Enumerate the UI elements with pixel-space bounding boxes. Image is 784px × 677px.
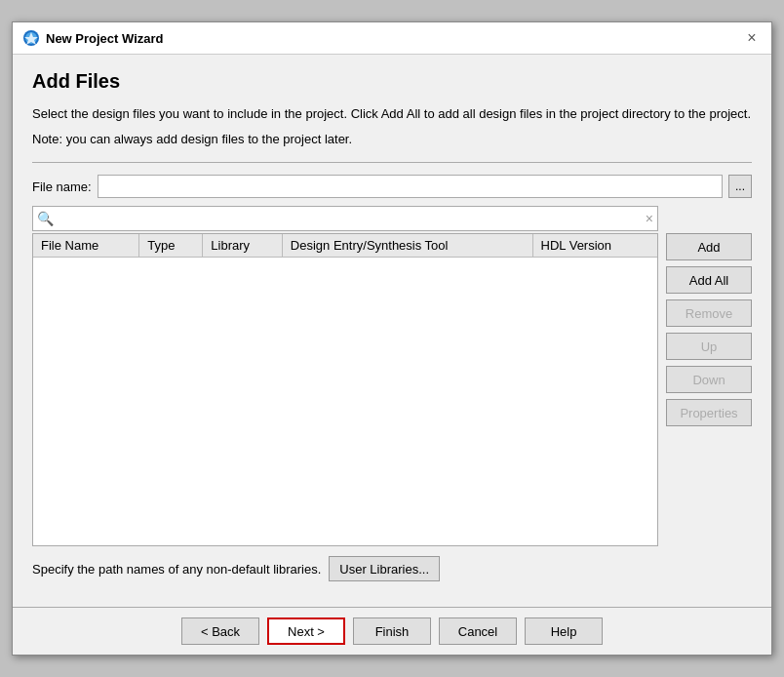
add-button[interactable]: Add — [666, 233, 752, 260]
file-input-label: File name: — [32, 179, 92, 194]
title-text: New Project Wizard — [46, 31, 164, 46]
browse-button[interactable]: ... — [728, 175, 752, 198]
title-bar-left: New Project Wizard — [22, 29, 164, 47]
down-button[interactable]: Down — [666, 366, 752, 393]
left-panel: 🔍 × File Name Type Library Design Entry/… — [32, 206, 658, 546]
note-text: Note: you can always add design files to… — [32, 130, 752, 149]
user-libraries-row: Specify the path names of any non-defaul… — [32, 556, 752, 591]
remove-button[interactable]: Remove — [666, 299, 752, 327]
right-panel: Add Add All Remove Up Down Properties — [666, 206, 752, 546]
file-table-container: File Name Type Library Design Entry/Synt… — [32, 233, 658, 546]
dialog-body: Add Files Select the design files you wa… — [13, 55, 771, 607]
up-button[interactable]: Up — [666, 333, 752, 360]
finish-button[interactable]: Finish — [353, 617, 431, 645]
search-row: 🔍 × — [32, 206, 658, 231]
clear-search-icon[interactable]: × — [646, 211, 653, 226]
search-input[interactable] — [58, 212, 646, 226]
file-table: File Name Type Library Design Entry/Synt… — [33, 234, 657, 258]
col-filename: File Name — [33, 234, 139, 258]
file-name-input[interactable] — [98, 175, 723, 198]
title-bar: New Project Wizard × — [13, 22, 771, 55]
main-content: 🔍 × File Name Type Library Design Entry/… — [32, 206, 752, 546]
add-all-button[interactable]: Add All — [666, 266, 752, 294]
user-libraries-button[interactable]: User Libraries... — [329, 556, 440, 581]
next-button[interactable]: Next > — [267, 617, 345, 645]
back-button[interactable]: < Back — [181, 617, 259, 645]
separator — [32, 162, 752, 163]
col-hdl-version: HDL Version — [532, 234, 657, 258]
wizard-icon — [22, 29, 40, 47]
col-type: Type — [139, 234, 203, 258]
help-button[interactable]: Help — [525, 617, 603, 645]
cancel-button[interactable]: Cancel — [439, 617, 517, 645]
dialog-footer: < Back Next > Finish Cancel Help — [13, 607, 771, 655]
col-design-entry: Design Entry/Synthesis Tool — [282, 234, 532, 258]
file-input-row: File name: ... — [32, 175, 752, 198]
col-library: Library — [203, 234, 283, 258]
page-title: Add Files — [32, 70, 752, 93]
close-button[interactable]: × — [742, 28, 762, 48]
properties-button[interactable]: Properties — [666, 399, 752, 426]
description-text: Select the design files you want to incl… — [32, 104, 752, 124]
dialog-window: New Project Wizard × Add Files Select th… — [12, 21, 772, 656]
user-libraries-text: Specify the path names of any non-defaul… — [32, 562, 321, 577]
search-icon: 🔍 — [37, 211, 54, 226]
